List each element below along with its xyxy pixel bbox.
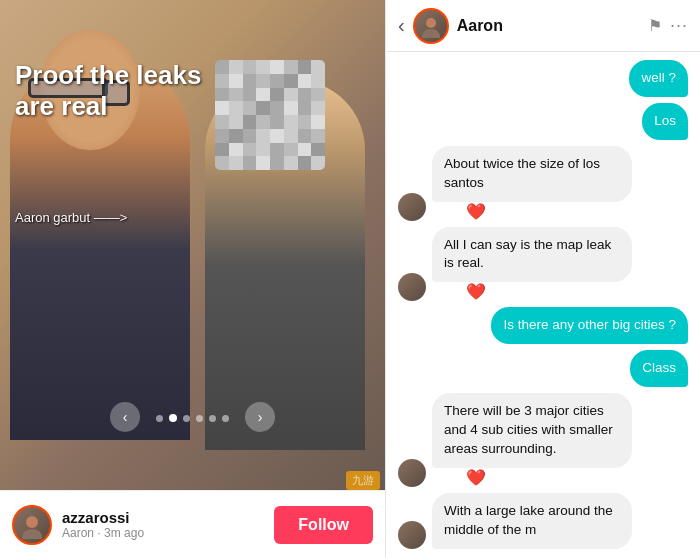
person-right (205, 80, 365, 450)
chat-user-name: Aaron (457, 17, 640, 35)
dot-2[interactable] (169, 414, 177, 422)
user-info: azzarossi Aaron · 3m ago (62, 509, 264, 540)
heart-reaction: ❤️ (432, 202, 632, 221)
left-panel: Proof the leaks are real Aaron garbut ——… (0, 0, 385, 558)
dot-3[interactable] (183, 415, 190, 422)
pixelate-overlay (215, 60, 325, 170)
dot-1[interactable] (156, 415, 163, 422)
dot-6[interactable] (222, 415, 229, 422)
svg-point-3 (422, 29, 440, 38)
more-options-icon[interactable]: ··· (670, 15, 688, 36)
right-panel: ‹ Aaron ⚑ ··· well ? Los About twice the… (385, 0, 700, 558)
message-bubble: Los (642, 103, 688, 140)
follow-button[interactable]: Follow (274, 506, 373, 544)
msg-avatar (398, 459, 426, 487)
message-row: There will be 3 major cities and 4 sub c… (398, 393, 688, 487)
message-row: Los (398, 103, 688, 140)
message-bubble: Is there any other big cities ? (491, 307, 688, 344)
message-bubble: With a large lake around the middle of t… (432, 493, 632, 549)
message-row: Is there any other big cities ? (398, 307, 688, 344)
message-bubble: Class (630, 350, 688, 387)
header-avatar (413, 8, 449, 44)
username: azzarossi (62, 509, 264, 526)
message-row: well ? (398, 60, 688, 97)
dot-5[interactable] (209, 415, 216, 422)
heart-reaction: ❤️ (432, 282, 632, 301)
flag-icon[interactable]: ⚑ (648, 16, 662, 35)
watermark: 九游 (346, 471, 380, 490)
chat-body: well ? Los About twice the size of los s… (386, 52, 700, 558)
message-row: With a large lake around the middle of t… (398, 493, 688, 549)
heart-reaction: ❤️ (432, 468, 632, 487)
message-bubble: There will be 3 major cities and 4 sub c… (432, 393, 632, 468)
back-button[interactable]: ‹ (398, 14, 405, 37)
message-bubble: well ? (629, 60, 688, 97)
aaron-label: Aaron garbut ——> (15, 210, 127, 225)
msg-avatar (398, 521, 426, 549)
dot-4[interactable] (196, 415, 203, 422)
svg-point-2 (426, 18, 436, 28)
user-avatar (12, 505, 52, 545)
svg-point-1 (22, 529, 42, 539)
chat-header: ‹ Aaron ⚑ ··· (386, 0, 700, 52)
message-row: About twice the size of los santos ❤️ (398, 146, 688, 221)
msg-avatar (398, 193, 426, 221)
page-dots (0, 414, 385, 422)
bottom-bar: azzarossi Aaron · 3m ago Follow (0, 490, 385, 558)
svg-point-0 (26, 516, 38, 528)
proof-text: Proof the leaks are real (15, 60, 215, 122)
photo-background: Proof the leaks are real Aaron garbut ——… (0, 0, 385, 490)
message-bubble: About twice the size of los santos (432, 146, 632, 202)
message-row: Class (398, 350, 688, 387)
message-row: All I can say is the map leak is real. ❤… (398, 227, 688, 302)
user-meta: Aaron · 3m ago (62, 526, 264, 540)
msg-avatar (398, 273, 426, 301)
message-bubble: All I can say is the map leak is real. (432, 227, 632, 283)
